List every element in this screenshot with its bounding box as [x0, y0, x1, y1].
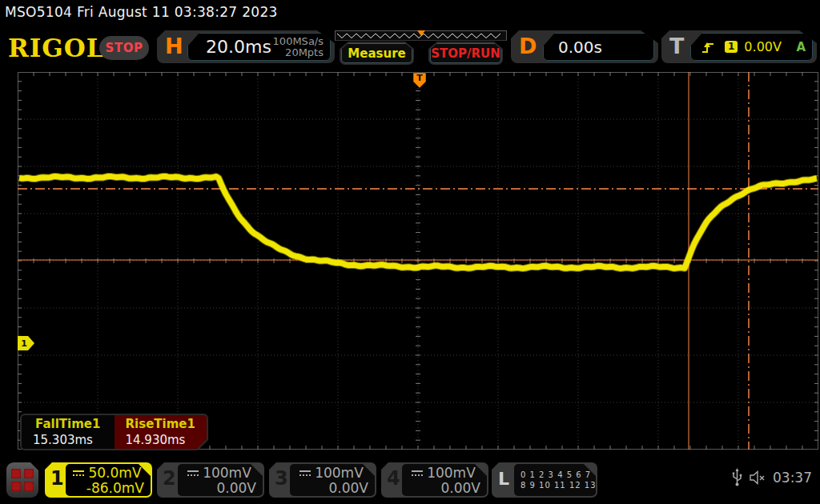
trigger-position-marker-label: T	[416, 73, 423, 83]
channel-4-offset: 0.00V	[407, 481, 480, 496]
status-area: 03:37	[732, 468, 812, 487]
rising-edge-icon	[701, 40, 715, 54]
channel-2-scale: 100mV	[203, 466, 251, 481]
timebase-value: 20.0ms	[206, 37, 271, 57]
trigger-source-badge: 1	[725, 41, 738, 53]
waveform-display: T1	[18, 72, 818, 450]
speaker-muted-icon	[749, 470, 766, 485]
logic-channels-row2: 8 9 10 11 12 13 14 15	[521, 480, 596, 490]
dc-coupling-icon	[299, 470, 311, 477]
horizontal-block[interactable]: H 20.0ms 100MSa/s 20Mpts	[157, 30, 335, 63]
stop-run-button[interactable]: STOP/RUN	[428, 42, 503, 65]
channel-3-scale: 100mV	[315, 466, 364, 481]
logic-channels-block[interactable]: L 0 1 2 3 4 5 6 7 8 9 10 11 12 13 14 15	[492, 462, 597, 498]
usb-icon	[732, 468, 742, 487]
clock: 03:37	[773, 470, 812, 486]
dc-coupling-icon	[412, 470, 423, 477]
rigol-logo: RIGOL	[8, 34, 105, 62]
model-and-datetime: MSO5104 Fri August 11 03:38:27 2023	[5, 4, 278, 20]
menu-button[interactable]	[6, 462, 38, 498]
delay-value: 0.00s	[558, 38, 602, 57]
channel-4-block[interactable]: 4 100mV 0.00V	[381, 462, 488, 498]
menu-grid-icon	[24, 469, 34, 478]
menu-grid-icon	[11, 469, 21, 478]
measurement-results-box[interactable]: FallTime1 15.303ms RiseTime1 14.930ms	[20, 414, 208, 450]
channel-1-position-marker-label: 1	[21, 338, 27, 349]
measurement-falltime[interactable]: FallTime1 15.303ms	[22, 415, 115, 449]
memory-depth: 20Mpts	[285, 46, 324, 58]
memory-position-marker	[417, 30, 425, 36]
channel-4-scale: 100mV	[427, 466, 476, 481]
channel-2-offset: 0.00V	[183, 481, 256, 496]
trigger-label: T	[669, 34, 684, 58]
channel-3-offset: 0.00V	[295, 481, 368, 496]
delay-label: D	[519, 34, 537, 58]
delay-block[interactable]: D 0.00s	[511, 30, 658, 63]
dc-coupling-icon	[73, 470, 84, 477]
channel-2-block[interactable]: 2 100mV 0.00V	[157, 462, 264, 498]
trigger-block[interactable]: T 1 0.00V A	[661, 30, 817, 63]
menu-grid-icon	[11, 482, 21, 491]
run-state-indicator[interactable]: STOP	[99, 36, 149, 60]
trigger-level-value: 0.00V	[744, 39, 782, 54]
dc-coupling-icon	[187, 470, 199, 477]
horizontal-label: H	[165, 34, 183, 58]
channel-3-block[interactable]: 3 100mV 0.00V	[269, 462, 376, 498]
channel-1-offset: -86.0mV	[70, 481, 144, 496]
memory-position-bar[interactable]	[335, 30, 507, 41]
measurement-risetime[interactable]: RiseTime1 14.930ms	[115, 415, 207, 449]
logic-channels-row1: 0 1 2 3 4 5 6 7	[521, 470, 596, 480]
channel-1-scale: 50.0mV	[88, 466, 141, 481]
channel-1-block[interactable]: 1 50.0mV -86.0mV	[45, 462, 152, 498]
measure-button[interactable]: Measure	[340, 42, 414, 65]
sample-rate: 100MSa/s	[273, 35, 324, 47]
trigger-sweep-mode: A	[796, 40, 806, 54]
menu-grid-icon	[24, 482, 34, 491]
